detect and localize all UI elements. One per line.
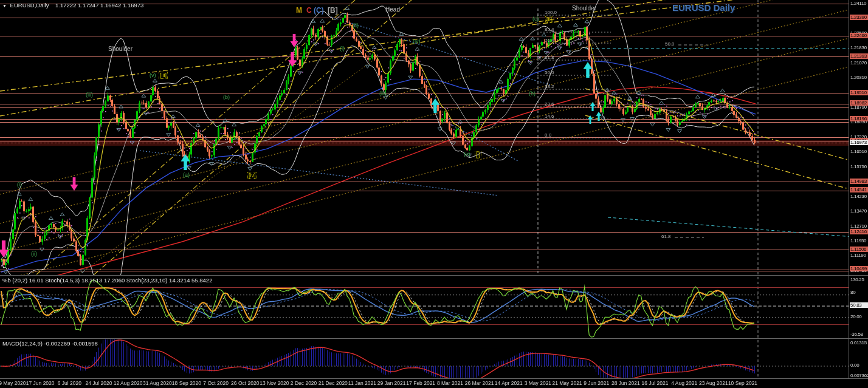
pattern-label: Head [385, 6, 400, 13]
current-price-tag: 1.16973 [850, 140, 868, 145]
fib-level-label: 23.6 [545, 101, 554, 107]
date-label: 29 May 2020 [0, 380, 26, 386]
wave-label: [iv] [247, 172, 257, 179]
fib-level-label: 50.0 [545, 70, 554, 75]
wave-label: (c) [532, 16, 539, 22]
fib-level-label: 38.2 [545, 84, 554, 89]
date-label: 2 Dec 2020 [291, 380, 317, 386]
date-label: 21 May 2021 [552, 380, 582, 386]
stoch-axis-label: 20.00 [850, 314, 867, 319]
mt4-chart-window: ▼ EURUSD,Daily 1.17222 1.17247 1.16942 1… [0, 0, 868, 388]
stoch-current-value-tag: 50.83 [850, 302, 868, 308]
date-label: 3 May 2021 [525, 380, 551, 386]
wave-label: (v) [464, 151, 470, 157]
wave-label: [iii] [159, 72, 168, 79]
stoch-axis-label: 130.25 [850, 277, 867, 282]
date-label: 31 Aug 2020 [143, 380, 172, 386]
fib-level-label: 85.4 [545, 27, 554, 32]
macd-axis-label: 0.01315 [850, 340, 867, 345]
date-label: 4 Aug 2021 [671, 380, 697, 386]
price-axis-level-tag: 1.14541 [850, 187, 868, 192]
wave-label: (i) [17, 182, 22, 188]
wave-label: (b) [223, 94, 230, 100]
date-label: 13 Nov 2020 [260, 380, 289, 386]
price-axis-level-tag: 1.12416 [850, 229, 868, 234]
fib-level-label: 14.6 [545, 114, 554, 119]
price-axis-label: 1.13470 [850, 208, 867, 214]
price-axis-label: 1.21830 [850, 45, 867, 50]
wave-label: (i) [340, 46, 345, 52]
date-label: 6 Jul 2020 [58, 380, 81, 386]
date-label: 7 Oct 2020 [203, 380, 229, 386]
price-axis-label: 1.15750 [850, 164, 867, 169]
price-axis-level-tag: 1.21393 [850, 53, 868, 59]
ohlc-values: 1.17222 1.17247 1.16942 1.16973 [55, 2, 143, 9]
wave-label: (b) [529, 90, 536, 97]
price-axis-level-tag: 1.18982 [850, 100, 868, 106]
date-label: 24 Jul 2020 [85, 380, 112, 386]
date-label: 29 Jan 2021 [377, 380, 406, 386]
date-label: 16 Jul 2021 [642, 380, 669, 386]
stochastic-indicator-label: %b (20,2) 16.01 Stoch(14,5,3) 18.2513 17… [2, 277, 212, 284]
date-label: 8 Mar 2021 [437, 380, 463, 386]
date-label: 18 Sep 2020 [172, 380, 201, 386]
date-label: 26 Mar 2021 [465, 380, 494, 386]
wave-label: (ii) [31, 251, 37, 257]
fib-level-label: 76.4 [545, 38, 554, 43]
macd-axis-label: 0.00 [850, 362, 867, 368]
fib-level-label: 100.0 [545, 10, 557, 15]
collapse-icon[interactable]: ▼ [2, 4, 7, 8]
price-axis-level-tag: 1.22460 [850, 33, 868, 38]
wave-label: (a) [183, 172, 190, 178]
date-label: 17 Feb 2021 [406, 380, 435, 386]
wave-degree-label: M [296, 6, 302, 15]
price-axis-label: 1.24110 [850, 1, 867, 6]
price-axis-level-tag: 1.11506 [850, 247, 868, 252]
date-label: 26 Oct 2020 [231, 380, 259, 386]
fib-level-label: 61.8 [545, 55, 554, 60]
wave-label: (v) [150, 72, 156, 78]
wave-label: (iii) [379, 90, 387, 97]
wave-label: [i] [475, 151, 481, 158]
price-axis-label: 1.11190 [850, 253, 867, 258]
fib-level-label: 61.8 [661, 234, 671, 239]
price-axis-level-tag: 1.18196 [850, 116, 868, 121]
date-label: 17 Jun 2020 [26, 380, 55, 386]
price-axis-level-tag: 1.14983 [850, 179, 868, 184]
date-label: 12 Aug 2020 [114, 380, 143, 386]
chart-titlebar: ▼ EURUSD,Daily 1.17222 1.17247 1.16942 1… [2, 2, 143, 9]
fib-level-label: 0.0 [545, 132, 551, 138]
date-label: 21 Dec 2020 [319, 380, 348, 386]
macd-indicator-label: MACD(12,24,9) -0.002269 -0.001598 [2, 340, 98, 347]
price-axis-level-tag: 1.10499 [850, 266, 868, 271]
date-label: 23 Aug 2021 [699, 380, 728, 386]
wave-degree-label: C [306, 6, 312, 15]
macd-axis-label: 0.007362 [850, 373, 867, 378]
price-chart-canvas[interactable] [0, 0, 868, 388]
wave-label: (iv) [413, 38, 421, 44]
price-axis-label: 1.14230 [850, 194, 867, 199]
stoch-axis-label: -36.58 [850, 332, 867, 337]
price-axis-level-tag: 1.23390 [850, 15, 868, 20]
stoch-axis-label: 80 [850, 290, 867, 295]
price-axis-label: 1.11950 [850, 238, 867, 243]
wave-label: [ii] [545, 16, 553, 23]
pattern-label: Shoulder [108, 46, 133, 52]
date-label: 14 Apr 2021 [495, 380, 523, 386]
symbol-watermark: EURUSD Daily [672, 2, 735, 13]
price-axis-label: 1.16510 [850, 149, 867, 154]
fib-level-label: 50.0 [665, 41, 675, 47]
wave-degree-label: (C) [314, 6, 324, 15]
pattern-label: Shoulder [572, 5, 596, 12]
wave-label: (ii) [353, 22, 359, 29]
price-axis-label: 1.20310 [850, 75, 867, 80]
date-label: 9 Jun 2021 [584, 380, 609, 386]
price-axis-label: 1.12710 [850, 223, 867, 229]
price-axis-label: 1.21070 [850, 60, 867, 66]
date-label: 28 Jun 2021 [611, 380, 640, 386]
date-label: 10 Sep 2021 [728, 380, 757, 386]
wave-degree-label: [B] [328, 6, 338, 15]
symbol-period-label: EURUSD,Daily [10, 2, 49, 9]
date-label: 11 Jan 2021 [348, 380, 376, 386]
wave-label: (iii) [86, 92, 93, 98]
